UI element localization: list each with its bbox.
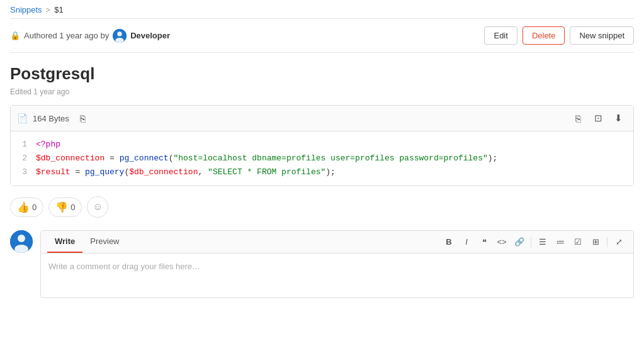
thumbs-down-emoji: 👎 [55, 201, 68, 213]
breadcrumb-current: $1 [54, 5, 63, 14]
link-button[interactable]: 🔗 [511, 234, 528, 250]
reactions: 👍 0 👎 0 ☺ [10, 196, 634, 218]
copy-code-button[interactable]: ⎘ [569, 109, 587, 127]
thumbs-up-button[interactable]: 👍 0 [10, 197, 43, 217]
avatar [113, 29, 127, 43]
line-number-2: 2 [11, 152, 36, 165]
breadcrumb-separator: > [46, 5, 51, 14]
svg-point-4 [18, 235, 25, 242]
view-raw-button[interactable]: ⊡ [589, 109, 607, 127]
bold-button[interactable]: B [441, 234, 457, 250]
thumbs-up-emoji: 👍 [17, 201, 30, 213]
code-toolbar-right: ⎘ ⊡ ⬇ [569, 109, 627, 127]
task-list-button[interactable]: ☑ [570, 234, 586, 250]
snippet-title: Postgresql [10, 64, 634, 84]
copy-filename-button[interactable]: ⎘ [74, 109, 92, 127]
authored-text: Authored 1 year ago by [24, 31, 109, 40]
delete-button[interactable]: Delete [523, 26, 565, 45]
toolbar-divider-1 [531, 237, 531, 247]
meta-actions: Edit Delete New snippet [484, 26, 634, 45]
add-reaction-button[interactable]: ☺ [87, 196, 108, 218]
snippet-edited: Edited 1 year ago [10, 87, 634, 96]
meta-left: 🔒 Authored 1 year ago by Developer [10, 29, 170, 43]
comment-area: Write Preview B I ❝ <> 🔗 ☰ ≔ ☑ ⊞ ⤢ [10, 230, 634, 298]
thumbs-down-count: 0 [71, 203, 75, 212]
line-number-3: 3 [11, 165, 36, 179]
code-body: 1 <?php 2 $db_connection = pg_connect("h… [11, 131, 633, 186]
comment-editor: Write Preview B I ❝ <> 🔗 ☰ ≔ ☑ ⊞ ⤢ [40, 230, 634, 298]
tab-write[interactable]: Write [47, 231, 82, 253]
line-number-1: 1 [11, 138, 36, 152]
ordered-list-button[interactable]: ≔ [552, 234, 568, 250]
comment-tab-list: Write Preview [47, 231, 127, 253]
code-toolbar: 📄 164 Bytes ⎘ ⎘ ⊡ ⬇ [11, 106, 633, 131]
breadcrumb: Snippets > $1 [10, 0, 634, 19]
thumbs-down-button[interactable]: 👎 0 [48, 197, 82, 217]
comment-toolbar-icons: B I ❝ <> 🔗 ☰ ≔ ☑ ⊞ ⤢ [441, 234, 627, 250]
file-icon: 📄 [17, 113, 28, 123]
toolbar-divider-2 [607, 237, 607, 247]
line-content-1: <?php [36, 138, 60, 152]
svg-point-1 [117, 31, 121, 36]
code-line-2: 2 $db_connection = pg_connect("host=loca… [11, 152, 633, 165]
bullet-list-button[interactable]: ☰ [534, 234, 551, 250]
blockquote-button[interactable]: ❝ [476, 234, 492, 250]
code-container: 📄 164 Bytes ⎘ ⎘ ⊡ ⬇ 1 <?php 2 $db_connec… [10, 105, 634, 186]
code-line-3: 3 $result = pg_query($db_connection, "SE… [11, 165, 633, 179]
comment-placeholder: Write a comment or drag your files here… [48, 262, 200, 271]
new-snippet-button[interactable]: New snippet [570, 26, 634, 45]
breadcrumb-parent[interactable]: Snippets [10, 5, 42, 14]
tab-preview[interactable]: Preview [82, 231, 127, 253]
code-button[interactable]: <> [494, 234, 510, 250]
code-toolbar-left: 📄 164 Bytes ⎘ [17, 109, 92, 127]
code-line-1: 1 <?php [11, 138, 633, 152]
meta-bar: 🔒 Authored 1 year ago by Developer Edit … [10, 19, 634, 53]
username: Developer [130, 31, 170, 40]
file-size: 164 Bytes [33, 114, 69, 123]
line-content-3: $result = pg_query($db_connection, "SELE… [36, 165, 336, 179]
lock-icon: 🔒 [10, 31, 20, 40]
comment-avatar [10, 230, 33, 253]
fullscreen-button[interactable]: ⤢ [611, 234, 627, 250]
download-button[interactable]: ⬇ [609, 109, 627, 127]
comment-tabs: Write Preview B I ❝ <> 🔗 ☰ ≔ ☑ ⊞ ⤢ [41, 231, 633, 253]
thumbs-up-count: 0 [32, 203, 37, 212]
comment-body[interactable]: Write a comment or drag your files here… [41, 253, 633, 298]
add-reaction-icon: ☺ [93, 201, 103, 213]
table-button[interactable]: ⊞ [587, 234, 604, 250]
edit-button[interactable]: Edit [484, 26, 517, 45]
italic-button[interactable]: I [458, 234, 475, 250]
line-content-2: $db_connection = pg_connect("host=localh… [36, 152, 497, 165]
